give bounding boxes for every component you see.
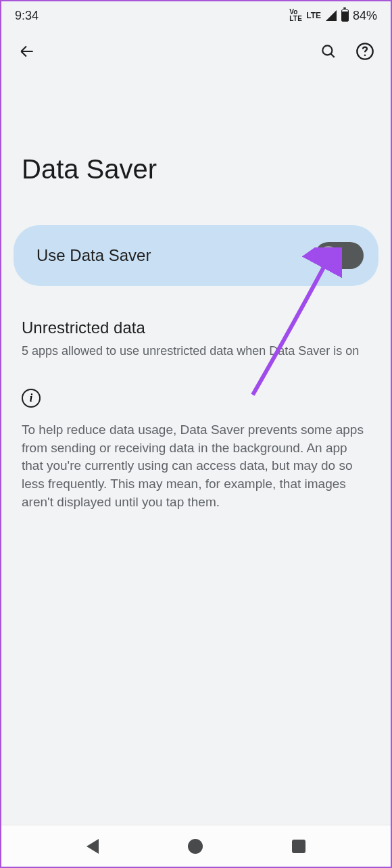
use-data-saver-toggle[interactable]: [315, 242, 364, 269]
navigation-bar: [1, 825, 391, 867]
app-bar: [1, 30, 391, 73]
search-icon: [320, 43, 337, 60]
nav-home-button[interactable]: [188, 839, 203, 854]
info-description: To help reduce data usage, Data Saver pr…: [1, 421, 391, 511]
nav-back-button[interactable]: [87, 839, 99, 854]
toggle-thumb: [319, 246, 338, 265]
unrestricted-data-row[interactable]: Unrestricted data 5 apps allowed to use …: [1, 318, 391, 359]
battery-percent: 84%: [353, 9, 377, 23]
back-button[interactable]: [12, 37, 42, 66]
use-data-saver-label: Use Data Saver: [36, 246, 151, 265]
arrow-back-icon: [18, 43, 36, 60]
info-icon: i: [22, 389, 41, 408]
battery-icon: [341, 9, 349, 22]
help-icon: [356, 42, 374, 61]
search-button[interactable]: [314, 37, 343, 66]
use-data-saver-row[interactable]: Use Data Saver: [14, 225, 378, 286]
help-button[interactable]: [350, 37, 380, 66]
nav-recent-button[interactable]: [292, 840, 305, 853]
unrestricted-data-subtitle: 5 apps allowed to use unrestricted data …: [22, 343, 370, 359]
volte-icon: Vo LTE: [289, 9, 302, 22]
info-icon-wrap: i: [1, 359, 391, 421]
network-type-label: LTE: [306, 11, 321, 20]
status-right: Vo LTE LTE 84%: [289, 9, 377, 23]
svg-point-0: [322, 45, 332, 55]
cellular-signal-icon: [326, 10, 337, 21]
svg-point-2: [364, 55, 366, 57]
unrestricted-data-title: Unrestricted data: [22, 318, 370, 337]
status-time: 9:34: [15, 9, 39, 23]
page-title: Data Saver: [1, 73, 391, 225]
status-bar: 9:34 Vo LTE LTE 84%: [1, 1, 391, 30]
